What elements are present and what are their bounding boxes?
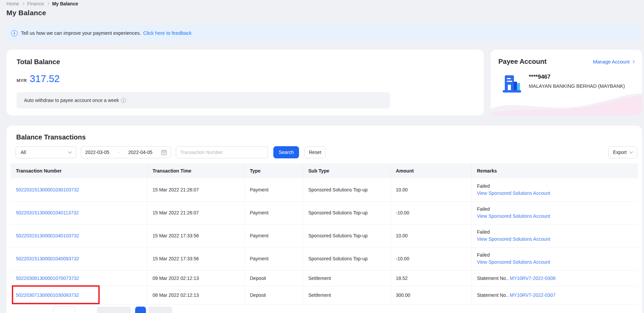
column-header: Transaction Number — [10, 163, 147, 178]
payee-account-number: ****9467 — [529, 74, 625, 80]
reset-button[interactable]: Reset — [304, 146, 326, 158]
remark-text: Failed — [477, 183, 633, 190]
view-account-link[interactable]: View Sponsored Solutions Account — [477, 236, 550, 242]
table-header-row: Transaction NumberTransaction TimeTypeSu… — [10, 163, 638, 178]
transaction-remarks: Statement No.. MY10RV7-2022-0307 — [471, 286, 638, 304]
auto-withdraw-note: Auto withdraw to payee account once a we… — [17, 92, 390, 108]
transaction-amount: -10.00 — [390, 247, 471, 270]
transaction-time: 15 Mar 2022 21:26:07 — [147, 178, 244, 201]
transaction-type: Deposit — [244, 270, 303, 286]
chevron-down-icon — [68, 150, 72, 153]
total-balance-card: Total Balance MYR 317.52 Auto withdraw t… — [6, 50, 484, 115]
transaction-remarks: Statement No.. MY10RV7-2022-0308 — [471, 270, 638, 286]
transaction-subtype: Settlement — [303, 270, 390, 286]
column-header: Amount — [390, 163, 471, 178]
pagination-prev-button[interactable] — [97, 307, 131, 313]
transaction-row: 50220307130000103008373208 Mar 2022 02:1… — [10, 286, 638, 304]
transaction-number-link[interactable]: 502203151300001040103732 — [16, 233, 79, 238]
payee-account-card: Payee Account Manage Account ****9467 MA… — [491, 50, 642, 115]
transaction-number-link[interactable]: 502203071300001030083732 — [16, 292, 79, 298]
transaction-amount: 10.00 — [390, 224, 471, 247]
transactions-title: Balance Transactions — [6, 126, 642, 141]
manage-account-link[interactable]: Manage Account — [593, 59, 634, 64]
transaction-time: 09 Mar 2022 02:12:13 — [147, 270, 244, 286]
transaction-row: 50220315130000104011373215 Mar 2022 21:2… — [10, 201, 638, 224]
breadcrumb-separator-icon — [22, 2, 24, 5]
payee-account-title: Payee Account — [498, 58, 547, 66]
pagination-size-select[interactable] — [53, 307, 75, 313]
statement-link[interactable]: MY10RV7-2022-0308 — [510, 276, 555, 281]
column-header: Sub Type — [303, 163, 390, 178]
feedback-link[interactable]: Click here to feedback — [143, 30, 191, 36]
breadcrumb-current: My Balance — [52, 1, 78, 6]
remark-text: Failed — [477, 206, 633, 213]
column-header: Transaction Time — [147, 163, 244, 178]
transaction-row: 50220315130000103010373215 Mar 2022 21:2… — [10, 178, 638, 201]
transaction-type: Payment — [244, 201, 303, 224]
banner-text: Tell us how we can improve your payment … — [21, 30, 141, 36]
pagination-next-button[interactable] — [148, 307, 172, 313]
transaction-number-link[interactable]: 502203151300001040113732 — [16, 210, 79, 215]
feedback-banner: i Tell us how we can improve your paymen… — [6, 25, 642, 41]
transaction-amount: 10.00 — [390, 178, 471, 201]
transaction-remarks: FailedView Sponsored Solutions Account — [471, 201, 638, 224]
balance-amount: 317.52 — [30, 73, 60, 84]
transaction-number-link[interactable]: 502203151300001040093732 — [16, 256, 79, 261]
transaction-subtype: Sponsored Solutions Top-up — [303, 201, 390, 224]
breadcrumb-home[interactable]: Home — [6, 1, 19, 6]
balance-amount-row: MYR 317.52 — [17, 73, 474, 84]
my-balance-page: Home Finance My Balance My Balance i Tel… — [0, 0, 644, 313]
transaction-type: Deposit — [244, 286, 303, 304]
remark-text: Failed — [477, 252, 633, 259]
chevron-right-icon — [631, 60, 635, 63]
remark-text: Statement No.. — [477, 292, 509, 298]
export-button[interactable]: Export — [608, 146, 637, 158]
date-from[interactable]: 2022-03-05 — [85, 150, 109, 155]
transaction-row: 50220315130000104009373215 Mar 2022 17:3… — [10, 247, 638, 270]
transaction-remarks: FailedView Sponsored Solutions Account — [471, 224, 638, 247]
transactions-filters: All 2022-03-05 - 2022-04-05 Search Reset — [16, 146, 637, 158]
payee-bank-name: MALAYAN BANKING BERHAD (MAYBANK) — [529, 83, 625, 89]
view-account-link[interactable]: View Sponsored Solutions Account — [477, 190, 550, 196]
transaction-type: Payment — [244, 224, 303, 247]
transaction-amount: -10.00 — [390, 201, 471, 224]
type-filter-select[interactable]: All — [16, 146, 76, 158]
page-title: My Balance — [6, 9, 642, 17]
note-info-icon[interactable]: i — [121, 98, 126, 103]
transaction-number-input[interactable] — [176, 146, 268, 158]
transaction-number-link[interactable]: 502203081300001070073732 — [16, 276, 79, 281]
date-range-picker[interactable]: 2022-03-05 - 2022-04-05 — [81, 146, 171, 158]
pagination — [6, 307, 642, 313]
summary-cards-row: Total Balance MYR 317.52 Auto withdraw t… — [6, 50, 642, 115]
transaction-type: Payment — [244, 247, 303, 270]
transaction-time: 15 Mar 2022 21:26:07 — [147, 201, 244, 224]
date-to[interactable]: 2022-04-05 — [128, 150, 152, 155]
transaction-time: 15 Mar 2022 17:33:56 — [147, 247, 244, 270]
transaction-subtype: Sponsored Solutions Top-up — [303, 247, 390, 270]
transaction-subtype: Settlement — [303, 286, 390, 304]
currency-label: MYR — [17, 78, 27, 83]
info-icon: i — [11, 30, 18, 36]
balance-transactions-card: Balance Transactions All 2022-03-05 - 20… — [6, 126, 642, 313]
transaction-type: Payment — [244, 178, 303, 201]
chevron-down-icon — [629, 150, 633, 153]
search-button[interactable]: Search — [273, 146, 299, 158]
view-account-link[interactable]: View Sponsored Solutions Account — [477, 213, 550, 219]
transaction-amount: 300.00 — [390, 286, 471, 304]
bank-icon — [502, 74, 521, 93]
total-balance-title: Total Balance — [17, 58, 474, 66]
transaction-amount: 18.52 — [390, 270, 471, 286]
transaction-subtype: Sponsored Solutions Top-up — [303, 224, 390, 247]
remark-text: Statement No.. — [477, 276, 509, 281]
breadcrumb-finance[interactable]: Finance — [27, 1, 44, 6]
statement-link[interactable]: MY10RV7-2022-0307 — [510, 292, 555, 298]
pagination-current-page-button[interactable] — [135, 307, 146, 313]
transaction-remarks: FailedView Sponsored Solutions Account — [471, 247, 638, 270]
column-header: Type — [244, 163, 303, 178]
breadcrumb-separator-icon — [47, 2, 49, 5]
column-header: Remarks — [471, 163, 638, 178]
transaction-number-link[interactable]: 502203151300001030103732 — [16, 187, 79, 192]
remark-text: Failed — [477, 229, 633, 236]
view-account-link[interactable]: View Sponsored Solutions Account — [477, 259, 550, 265]
auto-withdraw-text: Auto withdraw to payee account once a we… — [24, 98, 119, 103]
